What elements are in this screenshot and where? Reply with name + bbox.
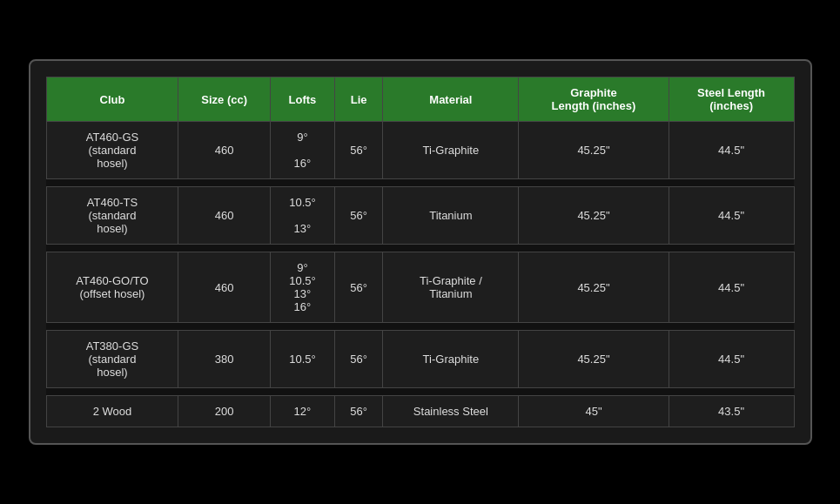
cell-size: 460: [178, 187, 271, 245]
cell-lie: 56°: [334, 396, 383, 427]
cell-material: Ti-Graphite: [383, 331, 519, 388]
header-graphite-length: Graphite Length (inches): [519, 77, 669, 122]
cell-club: AT460-TS (standard hosel): [46, 187, 178, 245]
row-separator: [46, 323, 794, 331]
cell-steel_length: 43.5": [669, 396, 794, 427]
cell-club: AT380-GS (standard hosel): [46, 331, 178, 388]
cell-lie: 56°: [334, 187, 383, 245]
row-separator: [46, 179, 794, 187]
header-size: Size (cc): [178, 77, 271, 122]
cell-steel_length: 44.5": [669, 122, 794, 179]
header-club: Club: [46, 77, 178, 122]
cell-graphite_length: 45.25": [519, 122, 669, 179]
table-row: AT460-GS (standard hosel)4609° 16°56°Ti-…: [46, 122, 794, 179]
cell-club: 2 Wood: [46, 396, 178, 427]
cell-club: AT460-GS (standard hosel): [46, 122, 178, 179]
cell-lie: 56°: [334, 331, 383, 388]
row-separator: [46, 245, 794, 252]
cell-size: 200: [178, 396, 271, 427]
table-row: 2 Wood20012°56°Stainless Steel45"43.5": [46, 396, 794, 427]
cell-material: Ti-Graphite / Titanium: [383, 252, 519, 323]
cell-steel_length: 44.5": [669, 252, 794, 323]
cell-graphite_length: 45.25": [519, 252, 669, 323]
cell-lofts: 10.5°: [271, 331, 335, 388]
cell-lie: 56°: [334, 122, 383, 179]
table-header-row: Club Size (cc) Lofts Lie Material Graphi…: [46, 77, 794, 122]
cell-size: 460: [178, 122, 271, 179]
cell-lofts: 9° 16°: [271, 122, 335, 179]
cell-size: 460: [178, 252, 271, 323]
table-row: AT460-GO/TO (offset hosel)4609° 10.5° 13…: [46, 252, 794, 323]
cell-club: AT460-GO/TO (offset hosel): [46, 252, 178, 323]
cell-lofts: 12°: [271, 396, 335, 427]
cell-graphite_length: 45.25": [519, 187, 669, 245]
header-lofts: Lofts: [271, 77, 335, 122]
cell-graphite_length: 45": [519, 396, 669, 427]
cell-lofts: 9° 10.5° 13° 16°: [271, 252, 335, 323]
table-row: AT380-GS (standard hosel)38010.5°56°Ti-G…: [46, 331, 794, 388]
cell-material: Stainless Steel: [383, 396, 519, 427]
cell-lie: 56°: [334, 252, 383, 323]
header-steel-length: Steel Length (inches): [669, 77, 794, 122]
cell-material: Ti-Graphite: [383, 122, 519, 179]
row-separator: [46, 388, 794, 396]
cell-size: 380: [178, 331, 271, 388]
table-container: Club Size (cc) Lofts Lie Material Graphi…: [29, 59, 812, 445]
cell-material: Titanium: [383, 187, 519, 245]
table-row: AT460-TS (standard hosel)46010.5° 13°56°…: [46, 187, 794, 245]
specs-table: Club Size (cc) Lofts Lie Material Graphi…: [46, 77, 795, 427]
header-lie: Lie: [334, 77, 383, 122]
header-material: Material: [383, 77, 519, 122]
cell-steel_length: 44.5": [669, 331, 794, 388]
cell-graphite_length: 45.25": [519, 331, 669, 388]
cell-lofts: 10.5° 13°: [271, 187, 335, 245]
cell-steel_length: 44.5": [669, 187, 794, 245]
